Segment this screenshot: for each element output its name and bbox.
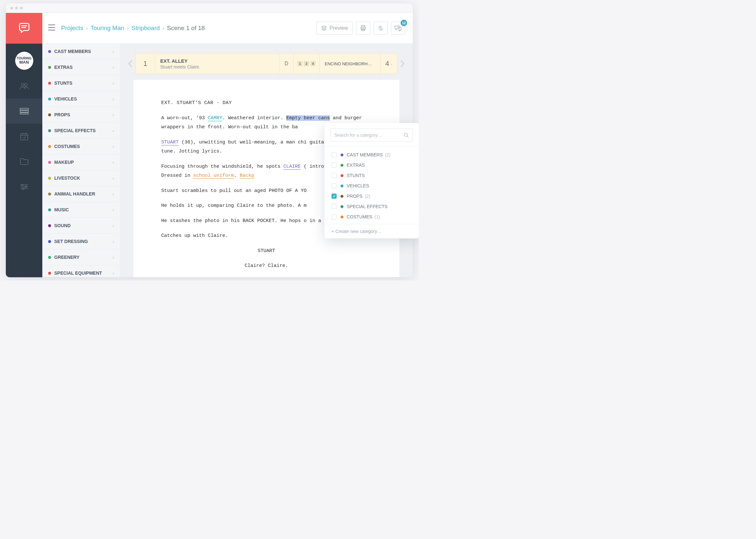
scene-title: EXT. ALLEY bbox=[160, 58, 188, 64]
sidebar-category-item[interactable]: SET DRESSING› bbox=[42, 234, 120, 250]
chevron-right-icon: › bbox=[113, 144, 114, 149]
sidebar-category-item[interactable]: VEHICLES› bbox=[42, 91, 120, 107]
rail-item-sliders[interactable] bbox=[6, 174, 42, 199]
calendar-icon bbox=[20, 132, 29, 141]
breadcrumb-link[interactable]: Stripboard bbox=[131, 25, 160, 32]
category-checkbox[interactable] bbox=[332, 193, 337, 199]
category-label: SOUND bbox=[54, 223, 71, 228]
topbar: Projects › Touring Man › Stripboard › Sc… bbox=[6, 13, 413, 43]
character-cue: STUART bbox=[203, 247, 330, 256]
create-category-button[interactable]: + Create new category… bbox=[324, 224, 419, 239]
scene-strip[interactable]: 1 EXT. ALLEY Stuart meets Claire. D 1 2 … bbox=[135, 53, 397, 74]
tag-prop-selected[interactable]: Empty beer cans bbox=[286, 116, 330, 121]
rail-item-people[interactable] bbox=[6, 73, 42, 99]
rail-project-avatar[interactable]: TOURINGMAN bbox=[6, 48, 42, 73]
app-logo[interactable] bbox=[6, 13, 42, 43]
slugline: EXT. STUART'S CAR - DAY bbox=[161, 99, 372, 108]
category-color-dot bbox=[48, 208, 51, 211]
sidebar-category-item[interactable]: SPECIAL EFFECTS› bbox=[42, 123, 120, 139]
sidebar-category-item[interactable]: PROPS› bbox=[42, 107, 120, 123]
window-titlebar bbox=[6, 3, 413, 13]
scene-pages: 4 ⌄ bbox=[381, 54, 397, 74]
category-checkbox[interactable] bbox=[332, 152, 337, 157]
tag-cast[interactable]: CLAIRE bbox=[283, 164, 301, 170]
sidebar-category-item[interactable]: CAST MEMBERS› bbox=[42, 43, 120, 59]
scene-subtitle: Stuart meets Claire. bbox=[160, 64, 200, 69]
chevron-right-icon: › bbox=[163, 25, 165, 32]
category-panel-item[interactable]: COSTUMES (1) bbox=[324, 212, 417, 222]
people-icon bbox=[19, 82, 29, 90]
sidebar-category-item[interactable]: LIVESTOCK› bbox=[42, 170, 120, 186]
chevron-right-icon: › bbox=[113, 113, 114, 117]
category-color-dot bbox=[340, 205, 343, 208]
category-color-dot bbox=[48, 161, 51, 164]
sliders-icon bbox=[20, 183, 29, 190]
sidebar-category-item[interactable]: SPECIAL EQUIPMENT› bbox=[42, 265, 120, 277]
next-scene-button[interactable] bbox=[397, 58, 408, 69]
category-checkbox[interactable] bbox=[332, 214, 337, 219]
category-panel-item[interactable]: SPECIAL EFFECTS bbox=[324, 201, 417, 212]
chevron-right-icon: › bbox=[113, 49, 114, 54]
preview-button[interactable]: Preview bbox=[316, 22, 353, 35]
rail-item-calendar[interactable] bbox=[6, 124, 42, 149]
category-panel-item[interactable]: CAST MEMBERS (2) bbox=[324, 150, 417, 160]
window-dot bbox=[10, 7, 13, 9]
category-panel-label: PROPS (2) bbox=[347, 193, 370, 199]
sidebar-category-item[interactable]: SOUND› bbox=[42, 218, 120, 234]
category-panel-item[interactable]: EXTRAS bbox=[324, 160, 417, 170]
category-label: ANIMAL HANDLER bbox=[54, 191, 95, 196]
category-color-dot bbox=[48, 50, 51, 53]
category-sidebar: CAST MEMBERS›EXTRAS›STUNTS›VEHICLES›PROP… bbox=[42, 43, 120, 277]
category-color-dot bbox=[48, 98, 51, 101]
sidebar-category-item[interactable]: STUNTS› bbox=[42, 75, 120, 91]
tag-cast[interactable]: STUART bbox=[161, 140, 179, 145]
rail-item-folder[interactable] bbox=[6, 149, 42, 174]
category-panel-list[interactable]: CAST MEMBERS (2)EXTRASSTUNTSVEHICLESPROP… bbox=[324, 148, 419, 224]
breadcrumb: Projects › Touring Man › Stripboard › Sc… bbox=[61, 25, 205, 32]
category-label: EXTRAS bbox=[54, 65, 73, 70]
breadcrumb-link[interactable]: Projects bbox=[61, 25, 83, 32]
category-panel-item[interactable]: STUNTS bbox=[324, 170, 417, 181]
category-checkbox[interactable] bbox=[332, 163, 337, 168]
category-checkbox[interactable] bbox=[332, 183, 337, 189]
tag-vehicle[interactable]: CAMRY bbox=[208, 116, 222, 121]
svg-point-4 bbox=[25, 83, 27, 86]
sidebar-category-item[interactable]: EXTRAS› bbox=[42, 59, 120, 75]
chevron-right-icon: › bbox=[113, 160, 114, 165]
scene-location: ENCINO NEIGHBORH… bbox=[320, 54, 381, 74]
category-panel-item[interactable]: PROPS (2) bbox=[324, 191, 417, 201]
sidebar-category-item[interactable]: MAKEUP› bbox=[42, 154, 120, 170]
sidebar-category-item[interactable]: GREENERY› bbox=[42, 250, 120, 265]
tag-costume[interactable]: Backp bbox=[240, 173, 254, 179]
print-icon bbox=[360, 25, 366, 31]
chevron-right-icon: › bbox=[113, 192, 114, 196]
category-color-dot bbox=[340, 195, 343, 198]
rail-item-breakdown[interactable] bbox=[6, 99, 42, 124]
breadcrumb-link[interactable]: Touring Man bbox=[91, 25, 124, 32]
category-label: STUNTS bbox=[54, 80, 72, 86]
category-checkbox[interactable] bbox=[332, 204, 337, 209]
tag-costume[interactable]: school uniform bbox=[193, 173, 234, 179]
print-button[interactable] bbox=[356, 22, 370, 35]
sidebar-category-item[interactable]: MUSIC› bbox=[42, 202, 120, 218]
category-panel-item[interactable]: VEHICLES bbox=[324, 181, 417, 191]
sidebar-category-item[interactable]: ANIMAL HANDLER› bbox=[42, 186, 120, 202]
chat-bubble-icon bbox=[17, 21, 31, 36]
prev-scene-button[interactable] bbox=[125, 58, 135, 69]
category-checkbox[interactable] bbox=[332, 173, 337, 178]
sidebar-category-item[interactable]: COSTUMES› bbox=[42, 139, 120, 154]
chevron-right-icon: › bbox=[86, 25, 88, 32]
category-color-dot bbox=[48, 224, 51, 227]
category-color-dot bbox=[48, 177, 51, 180]
link-button[interactable] bbox=[373, 22, 388, 35]
menu-icon[interactable] bbox=[48, 25, 55, 32]
chevron-right-icon: › bbox=[113, 128, 114, 133]
nav-rail: TOURINGMAN bbox=[6, 43, 42, 277]
category-color-dot bbox=[340, 164, 343, 167]
category-color-dot bbox=[48, 256, 51, 259]
chat-button[interactable]: 12 bbox=[391, 22, 405, 35]
svg-point-9 bbox=[21, 184, 23, 186]
category-search-input[interactable]: Search for a category… bbox=[330, 129, 413, 141]
category-label: LIVESTOCK bbox=[54, 176, 80, 181]
category-label: PROPS bbox=[54, 112, 70, 117]
